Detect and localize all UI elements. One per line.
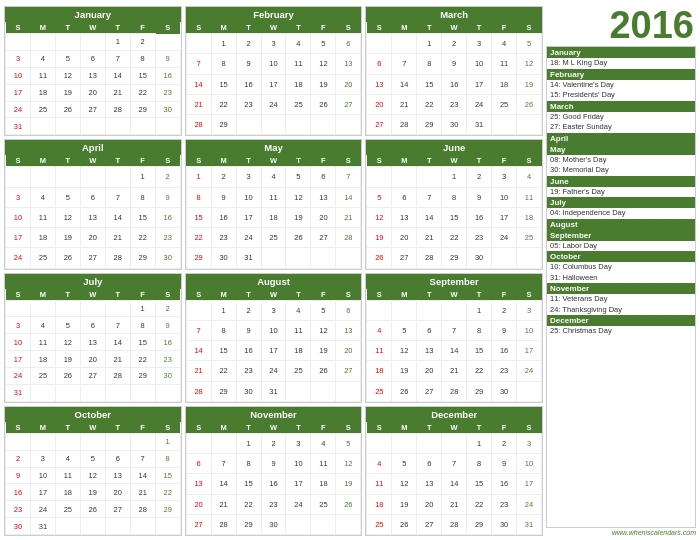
cal-day: 3 xyxy=(6,187,31,207)
cal-day: 22 xyxy=(130,84,155,101)
cal-day: 27 xyxy=(336,361,361,381)
cal-day xyxy=(492,115,517,135)
cal-day: 29 xyxy=(155,501,180,518)
day-header-S-6: S xyxy=(336,155,361,167)
day-header-S-0: S xyxy=(367,422,392,434)
cal-day: 16 xyxy=(442,74,467,94)
cal-day xyxy=(105,118,130,135)
month-block-march: MarchSMTWTFS1234567891011121314151617181… xyxy=(365,6,543,136)
cal-day: 13 xyxy=(80,67,105,84)
day-header-S-0: S xyxy=(186,22,211,34)
holiday-month-september: September xyxy=(547,230,695,241)
cal-day: 24 xyxy=(6,368,31,385)
cal-day: 25 xyxy=(30,101,55,118)
cal-day: 19 xyxy=(55,351,80,368)
month-header-july: July xyxy=(5,274,181,289)
cal-day: 27 xyxy=(186,514,211,534)
cal-day: 27 xyxy=(336,94,361,114)
cal-day xyxy=(336,514,361,534)
cal-day xyxy=(442,300,467,320)
cal-day: 24 xyxy=(261,361,286,381)
day-header-T-2: T xyxy=(236,22,261,34)
cal-day xyxy=(442,433,467,453)
month-header-june: June xyxy=(366,140,542,155)
cal-day: 23 xyxy=(236,94,261,114)
day-header-M-1: M xyxy=(30,422,55,434)
cal-day: 30 xyxy=(492,381,517,401)
cal-table-february: SMTWTFS123456789101112131415161718192021… xyxy=(186,22,362,135)
day-header-W-3: W xyxy=(442,155,467,167)
cal-day: 28 xyxy=(336,228,361,248)
cal-day: 15 xyxy=(155,467,180,484)
cal-day: 13 xyxy=(367,74,392,94)
month-block-october: OctoberSMTWTFS12345678910111213141516171… xyxy=(4,406,182,536)
cal-day: 11 xyxy=(30,67,55,84)
cal-day: 25 xyxy=(261,228,286,248)
cal-day xyxy=(261,115,286,135)
cal-day: 12 xyxy=(55,334,80,351)
cal-day: 3 xyxy=(286,433,311,453)
day-header-W-3: W xyxy=(261,289,286,301)
cal-day: 3 xyxy=(6,317,31,334)
day-header-M-1: M xyxy=(392,422,417,434)
day-header-S-0: S xyxy=(186,422,211,434)
cal-day: 25 xyxy=(286,361,311,381)
cal-day: 21 xyxy=(442,361,467,381)
cal-day: 15 xyxy=(236,474,261,494)
holiday-item: 04: Independence Day xyxy=(547,208,695,219)
day-header-T-4: T xyxy=(286,22,311,34)
cal-day xyxy=(311,248,336,268)
cal-day: 28 xyxy=(105,368,130,385)
cal-day: 21 xyxy=(105,351,130,368)
cal-day: 6 xyxy=(80,317,105,334)
cal-day: 9 xyxy=(236,54,261,74)
holiday-month-february: February xyxy=(547,69,695,80)
cal-day: 14 xyxy=(105,334,130,351)
cal-day: 29 xyxy=(130,368,155,385)
holiday-item: 08: Mother's Day xyxy=(547,155,695,166)
cal-day xyxy=(517,381,542,401)
cal-day: 30 xyxy=(155,368,180,385)
cal-day: 12 xyxy=(55,207,80,227)
cal-day: 11 xyxy=(517,187,542,207)
cal-day: 15 xyxy=(417,74,442,94)
cal-day: 23 xyxy=(211,228,236,248)
cal-day xyxy=(336,115,361,135)
cal-day xyxy=(367,34,392,54)
cal-day: 15 xyxy=(442,207,467,227)
cal-day: 1 xyxy=(155,433,180,450)
day-header-T-4: T xyxy=(467,289,492,301)
cal-day: 10 xyxy=(517,454,542,474)
cal-day xyxy=(392,300,417,320)
day-header-T-4: T xyxy=(467,155,492,167)
cal-day xyxy=(417,433,442,453)
month-header-january: January xyxy=(5,7,181,22)
cal-day: 12 xyxy=(80,467,105,484)
cal-day: 29 xyxy=(211,115,236,135)
cal-day: 12 xyxy=(336,454,361,474)
cal-day: 30 xyxy=(6,518,31,535)
day-header-S-0: S xyxy=(367,22,392,34)
cal-day: 23 xyxy=(155,351,180,368)
cal-day: 5 xyxy=(336,433,361,453)
month-block-june: JuneSMTWTFS12345678910111213141516171819… xyxy=(365,139,543,269)
cal-day: 18 xyxy=(311,474,336,494)
cal-day: 7 xyxy=(105,50,130,67)
cal-day: 11 xyxy=(30,334,55,351)
month-block-september: SeptemberSMTWTFS123456789101112131415161… xyxy=(365,273,543,403)
cal-day: 19 xyxy=(517,74,542,94)
cal-day: 6 xyxy=(336,34,361,54)
cal-day: 31 xyxy=(467,115,492,135)
cal-day: 10 xyxy=(6,334,31,351)
cal-day xyxy=(392,167,417,187)
cal-day: 2 xyxy=(155,300,180,317)
cal-day: 6 xyxy=(417,320,442,340)
cal-day: 5 xyxy=(311,300,336,320)
cal-day: 13 xyxy=(80,334,105,351)
day-header-T-4: T xyxy=(105,155,130,167)
day-header-S-6: S xyxy=(517,422,542,434)
cal-day: 28 xyxy=(211,514,236,534)
cal-day: 19 xyxy=(392,494,417,514)
cal-day: 4 xyxy=(367,454,392,474)
cal-day: 20 xyxy=(105,484,130,501)
